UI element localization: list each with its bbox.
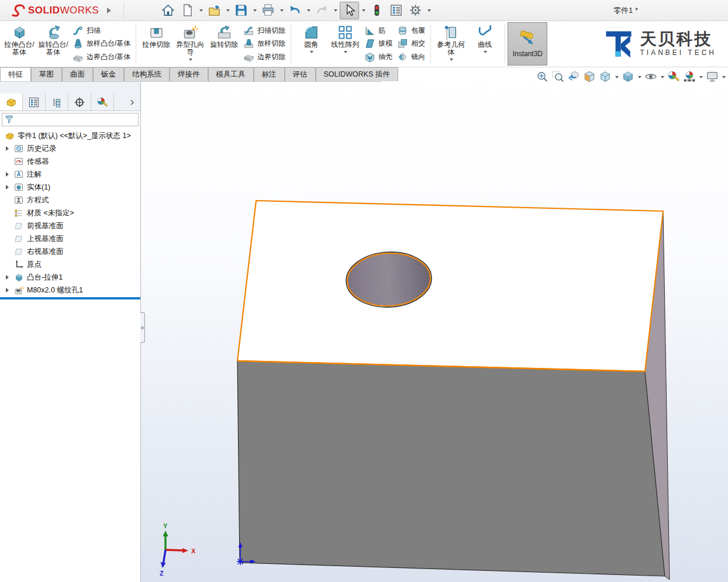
- hide-show-items-button[interactable]: [643, 70, 658, 83]
- view-settings-dropdown[interactable]: [722, 76, 726, 80]
- undo-dropdown[interactable]: [307, 9, 310, 13]
- section-view-button[interactable]: [582, 70, 597, 83]
- model-top-face[interactable]: [237, 201, 663, 371]
- tab-mold-tools[interactable]: 模具工具: [208, 67, 254, 81]
- display-style-dropdown[interactable]: [638, 76, 641, 80]
- mirror-button[interactable]: 镜向: [397, 51, 425, 64]
- revolve-cut-button[interactable]: 旋转切除: [207, 23, 241, 65]
- fillet-dropdown[interactable]: [310, 51, 313, 55]
- tree-item-boss-extrude1[interactable]: 凸台-拉伸1: [0, 271, 140, 284]
- new-document-button[interactable]: [178, 2, 196, 19]
- shell-button[interactable]: 抽壳: [364, 51, 392, 64]
- redo-dropdown[interactable]: [334, 9, 337, 13]
- tree-item-right-plane[interactable]: 右视基准面: [0, 245, 140, 258]
- performance-lights-button[interactable]: [368, 2, 386, 19]
- configurationmanager-tab[interactable]: [46, 94, 68, 111]
- select-dropdown[interactable]: [362, 9, 365, 13]
- panel-expand-button[interactable]: [124, 94, 140, 111]
- tree-item-front-plane[interactable]: 前视基准面: [0, 219, 140, 232]
- view-orientation-dropdown[interactable]: [615, 76, 619, 80]
- options-button[interactable]: [406, 2, 425, 19]
- open-dropdown[interactable]: [226, 9, 230, 13]
- expand-arrow-icon[interactable]: [4, 288, 13, 292]
- dimxpertmanager-tab[interactable]: [68, 94, 91, 111]
- edit-appearance-button[interactable]: [666, 70, 681, 83]
- task-list-button[interactable]: [387, 2, 405, 19]
- new-document-dropdown[interactable]: [199, 9, 203, 13]
- tab-markup[interactable]: 标注: [254, 67, 285, 81]
- home-button[interactable]: [159, 2, 177, 19]
- sweep-cut-button[interactable]: 扫描切除: [243, 24, 285, 37]
- extrude-cut-button[interactable]: 拉伸切除: [139, 23, 173, 65]
- zoom-fit-button[interactable]: [534, 70, 550, 83]
- tree-item-solid-bodies[interactable]: 实体(1): [0, 181, 140, 194]
- curves-dropdown[interactable]: [484, 51, 487, 55]
- boundary-button[interactable]: 边界凸台/基体: [73, 51, 130, 64]
- tree-filter-input[interactable]: [2, 113, 139, 126]
- rollback-bar[interactable]: [0, 297, 140, 299]
- intersect-button[interactable]: 相交: [397, 37, 425, 50]
- featuremanager-tree-tab[interactable]: [0, 94, 23, 111]
- tab-sheet-metal[interactable]: 钣金: [93, 67, 124, 81]
- fillet-button[interactable]: 圆角: [294, 23, 328, 65]
- graphics-viewport[interactable]: Y X Z: [141, 67, 728, 582]
- hide-show-dropdown[interactable]: [661, 76, 664, 80]
- previous-view-button[interactable]: [566, 70, 581, 83]
- expand-arrow-icon[interactable]: [4, 185, 13, 190]
- tree-item-threaded-hole[interactable]: M80x2.0 螺纹孔1: [0, 284, 140, 297]
- tab-surfaces[interactable]: 曲面: [62, 67, 93, 81]
- tab-weldments[interactable]: 焊接件: [170, 67, 208, 81]
- tree-item-equations[interactable]: 方程式: [0, 194, 140, 206]
- options-dropdown[interactable]: [427, 9, 431, 13]
- draft-button[interactable]: 拔模: [364, 37, 392, 50]
- panel-splitter-handle[interactable]: [140, 312, 145, 343]
- open-button[interactable]: [205, 2, 223, 19]
- print-button[interactable]: [259, 2, 277, 19]
- print-dropdown[interactable]: [280, 9, 284, 13]
- model-front-face[interactable]: [237, 361, 665, 576]
- instant3d-toggle-button[interactable]: Instant3D: [508, 22, 547, 66]
- rib-button[interactable]: 筋: [364, 24, 392, 37]
- tab-solidworks-addins[interactable]: SOLIDWORKS 插件: [316, 67, 398, 81]
- tab-sketch[interactable]: 草图: [31, 67, 62, 81]
- redo-button[interactable]: [313, 2, 331, 19]
- zoom-to-area-button[interactable]: [550, 70, 565, 83]
- save-dropdown[interactable]: [253, 9, 257, 13]
- tab-features[interactable]: 特征: [0, 67, 31, 81]
- save-button[interactable]: [232, 2, 250, 19]
- tree-item-material[interactable]: 材质 <未指定>: [0, 206, 140, 219]
- revolve-boss-button[interactable]: 旋转凸台/基体: [36, 23, 70, 65]
- reference-geometry-button[interactable]: 参考几何体: [434, 23, 468, 65]
- sweep-button[interactable]: 扫描: [73, 24, 130, 37]
- wrap-button[interactable]: 包覆: [397, 24, 425, 37]
- menu-flyout-arrow[interactable]: [107, 8, 114, 13]
- tree-item-history[interactable]: 历史记录: [0, 142, 140, 155]
- view-orientation-button[interactable]: [598, 70, 613, 83]
- boundary-cut-button[interactable]: 边界切除: [243, 51, 285, 64]
- select-cursor-button[interactable]: [340, 2, 359, 19]
- reference-geometry-dropdown[interactable]: [450, 58, 453, 63]
- tree-item-origin[interactable]: 原点: [0, 258, 140, 271]
- extrude-boss-button[interactable]: 拉伸凸台/基体: [2, 23, 36, 65]
- loft-cut-button[interactable]: 放样切除: [243, 37, 285, 50]
- apply-scene-button[interactable]: [682, 70, 697, 83]
- apply-scene-dropdown[interactable]: [699, 76, 703, 80]
- loft-button[interactable]: 放样凸台/基体: [73, 37, 130, 50]
- tree-item-sensors[interactable]: 传感器: [0, 155, 140, 168]
- hole-wizard-dropdown[interactable]: [189, 58, 192, 63]
- tree-item-annotations[interactable]: 注解: [0, 168, 140, 181]
- expand-arrow-icon[interactable]: [4, 275, 13, 280]
- linear-pattern-button[interactable]: 线性阵列: [328, 23, 362, 65]
- display-style-button[interactable]: [620, 70, 636, 83]
- view-settings-button[interactable]: [705, 70, 720, 83]
- hole-wizard-button[interactable]: 异型孔向导: [173, 23, 207, 65]
- tree-root-part[interactable]: 零件1 (默认) <<默认>_显示状态 1>: [0, 129, 140, 142]
- tab-structure-system[interactable]: 结构系统: [124, 67, 170, 81]
- tab-evaluate[interactable]: 评估: [285, 67, 316, 81]
- displaymanager-tab[interactable]: [91, 94, 114, 111]
- propertymanager-tab[interactable]: [23, 94, 46, 111]
- linear-pattern-dropdown[interactable]: [344, 51, 347, 55]
- expand-arrow-icon[interactable]: [4, 146, 13, 151]
- curves-button[interactable]: 曲线: [468, 23, 502, 65]
- undo-button[interactable]: [286, 2, 304, 19]
